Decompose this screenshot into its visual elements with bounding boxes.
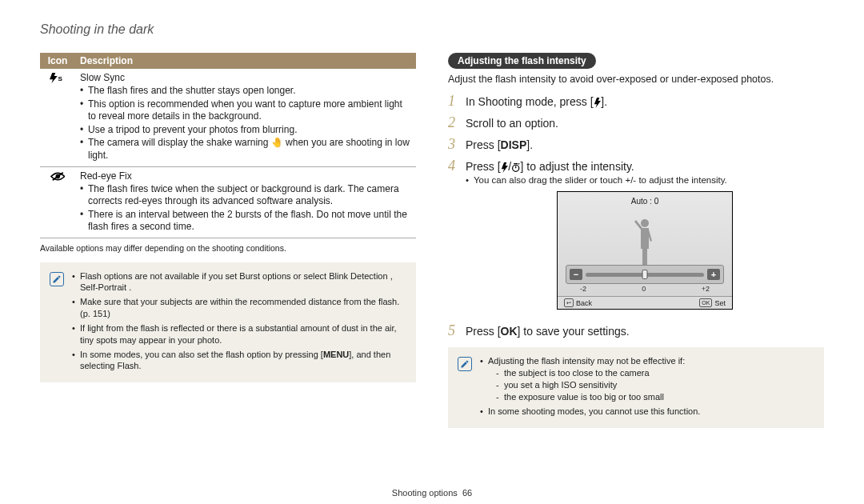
set-button[interactable]: OKSet bbox=[699, 298, 726, 307]
svg-text:S: S bbox=[58, 75, 63, 82]
section-pill: Adjusting the flash intensity bbox=[448, 53, 596, 69]
minus-button[interactable]: − bbox=[570, 269, 582, 280]
timer-icon bbox=[511, 162, 520, 173]
note-item: In some modes, you can also set the flas… bbox=[72, 349, 406, 373]
note-icon bbox=[458, 357, 472, 371]
plus-button[interactable]: + bbox=[707, 269, 720, 280]
step-number: 5 bbox=[448, 322, 466, 339]
table-row: Red-eye Fix The flash fires twice when t… bbox=[40, 166, 416, 238]
note-icon bbox=[50, 272, 64, 286]
svg-point-7 bbox=[641, 219, 649, 227]
note-sub: the subject is too close to the camera bbox=[496, 367, 814, 379]
note-sub: the exposure value is too big or too sma… bbox=[496, 391, 814, 403]
slow-sync-icon: S bbox=[40, 69, 75, 166]
step-4-sub: You can also drag the slider or touch +/… bbox=[466, 175, 824, 185]
intensity-slider[interactable]: − + bbox=[566, 265, 724, 284]
scale-max: +2 bbox=[702, 285, 710, 293]
back-icon: ↩ bbox=[564, 298, 574, 307]
left-column: Icon Description S Slow Sync The flash f… bbox=[40, 53, 416, 428]
disp-key: DISP bbox=[501, 138, 527, 151]
page-footer: Shooting options 66 bbox=[0, 488, 864, 498]
screen-title: Auto : 0 bbox=[566, 197, 724, 206]
section-intro: Adjust the flash intensity to avoid over… bbox=[448, 74, 824, 85]
step-1: In Shooting mode, press []. bbox=[466, 93, 824, 108]
note-item: Flash options are not available if you s… bbox=[72, 270, 406, 294]
silhouette-icon bbox=[633, 217, 657, 265]
desc-item: Use a tripod to prevent your photos from… bbox=[80, 124, 411, 137]
note-item: In some shooting modes, you cannot use t… bbox=[480, 406, 814, 418]
left-note-box: Flash options are not available if you s… bbox=[40, 262, 416, 383]
step-4: Press [/] to adjust the intensity. You c… bbox=[466, 158, 824, 318]
step-3: Press [DISP]. bbox=[466, 136, 824, 151]
note-sub: you set a high ISO sensitivity bbox=[496, 379, 814, 391]
svg-line-6 bbox=[518, 163, 519, 164]
flash-icon bbox=[501, 162, 509, 173]
scale-min: -2 bbox=[580, 285, 586, 293]
desc-item: The flash fires and the shutter stays op… bbox=[80, 85, 411, 98]
flash-icon bbox=[594, 97, 602, 108]
ok-icon: OK bbox=[699, 298, 712, 307]
row-title: Red-eye Fix bbox=[80, 170, 411, 182]
note-item: If light from the flash is reflected or … bbox=[72, 322, 406, 346]
row-title: Slow Sync bbox=[80, 72, 411, 83]
desc-item: The flash fires twice when the subject o… bbox=[80, 183, 411, 208]
note-item: Make sure that your subjects are within … bbox=[72, 296, 406, 320]
step-2: Scroll to an option. bbox=[466, 114, 824, 130]
ok-key: OK bbox=[501, 325, 518, 338]
th-icon: Icon bbox=[40, 53, 75, 69]
slider-track[interactable] bbox=[586, 273, 704, 277]
menu-key: MENU bbox=[323, 350, 349, 359]
right-column: Adjusting the flash intensity Adjust the… bbox=[448, 53, 824, 428]
table-footnote: Available options may differ depending o… bbox=[40, 243, 416, 254]
step-number: 2 bbox=[448, 114, 466, 131]
page-title: Shooting in the dark bbox=[40, 22, 824, 37]
steps-list: 1 In Shooting mode, press []. 2 Scroll t… bbox=[448, 93, 824, 339]
step-number: 4 bbox=[448, 158, 466, 174]
desc-item: There is an interval between the 2 burst… bbox=[80, 209, 411, 234]
th-desc: Description bbox=[75, 53, 416, 69]
red-eye-fix-icon bbox=[40, 166, 75, 238]
step-number: 3 bbox=[448, 136, 466, 153]
desc-item: This option is recommended when you want… bbox=[80, 98, 411, 123]
note-item: Adjusting the flash intensity may not be… bbox=[480, 355, 814, 402]
slider-thumb[interactable] bbox=[642, 270, 648, 279]
desc-item: The camera will display the shake warnin… bbox=[80, 137, 411, 162]
table-row: S Slow Sync The flash fires and the shut… bbox=[40, 69, 416, 166]
scale-mid: 0 bbox=[642, 285, 646, 293]
flash-options-table: Icon Description S Slow Sync The flash f… bbox=[40, 53, 416, 238]
right-note-box: Adjusting the flash intensity may not be… bbox=[448, 347, 824, 427]
camera-screen-mock: Auto : 0 bbox=[557, 191, 733, 310]
step-5: Press [OK] to save your settings. bbox=[466, 322, 824, 338]
back-button[interactable]: ↩Back bbox=[564, 298, 592, 307]
step-number: 1 bbox=[448, 93, 466, 110]
